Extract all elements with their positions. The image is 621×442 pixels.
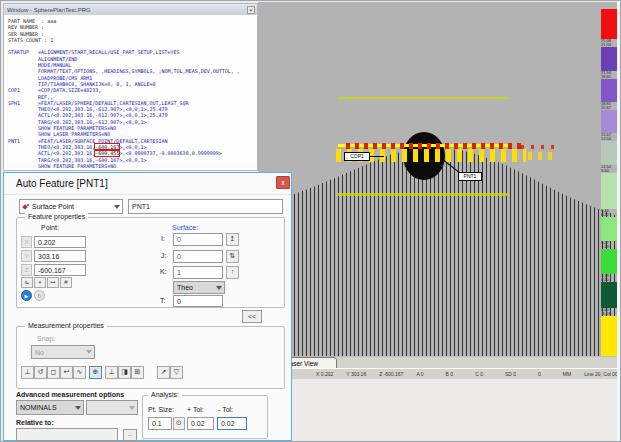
pt-size-input[interactable]: 0.1 [148,417,172,430]
collapse-dialog-button[interactable]: << [242,310,262,323]
analysis-group: Analysis: Pt. Size: + Tol: - Tol: 0.1 ⊙ … [142,395,268,439]
point-label: Point: [41,224,59,231]
status-item: SD 0 [505,371,516,377]
status-item: Z -600.167 [379,371,403,377]
auto-feature-dialog: Auto Feature [PNT1] x Surface Point PNT1… [3,172,292,441]
probe-touch-button[interactable]: ⊥ [105,366,118,379]
j-value-input[interactable]: 0 [173,250,223,263]
feature-name-input[interactable]: PNT1 [128,199,283,214]
browse-button[interactable]: ... [123,429,137,441]
x-value-input[interactable]: 0.202 [34,236,86,248]
color-scale-tick-label: 12.54 9.40 [601,165,617,173]
point-path-button[interactable]: ↗ [157,366,170,379]
chevron-down-icon [114,205,120,212]
color-scale-tick-label: 9.40 6.27 [601,209,617,217]
color-scale-segment [601,141,617,165]
color-scale-segment [601,173,617,209]
status-item: 0 [538,371,541,377]
deviation-color-scale: 25.08 21.9421.94 18.8118.81 15.6715.67 1… [601,9,617,356]
color-scale-tick-label: 21.94 18.81 [601,71,617,79]
k-value-input[interactable]: 1 [173,266,223,279]
pnt1-label: PNT1 [458,172,482,181]
color-scale-segment [601,316,617,356]
surface-point-icon [23,204,29,210]
chevron-down-icon [129,406,135,413]
target-crosshair-button[interactable]: ⊕ [89,366,102,379]
surface-normal-button[interactable]: ↥ [226,233,239,246]
edit-window-titlebar[interactable]: Window - SpherePlanTest.PRG ▲ [4,4,257,15]
chevron-down-icon [216,286,222,293]
theo-mode-value: Theo [177,284,193,291]
edit-window-title: Window - SpherePlanTest.PRG [7,7,247,13]
nominals-dropdown[interactable]: NOMINALS [16,400,84,415]
axes-icon-button[interactable]: ⊾ [21,277,33,288]
i-label: I: [161,235,165,242]
color-scale-segment [601,282,617,308]
status-item: B 0 [446,371,454,377]
block-offset-button[interactable]: ◨ [118,366,131,379]
laser-view-canvas[interactable]: COP1 PNT1 25.08 21.9421.94 18.8118.81 15… [258,2,619,356]
close-icon[interactable]: x [276,176,290,189]
point-cloud-dome [258,2,619,356]
y-value-input[interactable]: 303.16 [34,250,86,262]
feature-type-dropdown[interactable]: Surface Point [19,199,123,214]
point-arrow-button[interactable]: ↦ [47,277,59,288]
view-tab-strip: w Laser View [258,356,619,368]
snap-dropdown[interactable]: No [31,345,95,359]
measurement-properties-label: Measurement properties [25,322,107,329]
i-value-input[interactable]: 0 [173,233,223,246]
code-line: SHOW FEATURE PARAMETERS=NO [8,163,257,169]
color-scale-segment [601,217,617,241]
status-item: C 0 [475,371,483,377]
relative-to-input[interactable] [16,428,118,441]
minus-tol-input[interactable]: 0.02 [217,417,247,430]
edit-window: Window - SpherePlanTest.PRG ▲ PART NAME … [3,3,258,171]
find-icon-button[interactable]: ⌖ [34,277,46,288]
status-item: Line 20, Col 004 [584,371,620,377]
flip-vector-button[interactable]: ⇅ [226,250,239,263]
theo-mode-dropdown[interactable]: Theo [173,281,225,294]
rotate-button[interactable]: ↺ [34,366,47,379]
color-scale-tick-label: 18.81 15.67 [601,102,617,110]
z-axis-button[interactable]: Z [21,264,32,276]
chevron-down-icon [86,350,92,357]
color-scale-tick-label: 6.27 3.13 [601,241,617,249]
status-item: MM [563,371,571,377]
color-scale-segment [601,79,617,102]
drop-probe-button[interactable]: ⟂ [21,366,34,379]
reset-button[interactable]: ↻ [34,290,45,301]
snap-label: Snap: [37,335,55,342]
feature-type-value: Surface Point [32,203,74,210]
z-value-input[interactable]: -600.167 [34,264,86,276]
code-line: FORMAT/TEXT,OPTIONS, ,HEADINGS,SYMBOLS, … [8,68,257,74]
scroll-up-icon[interactable]: ▲ [247,6,255,14]
program-code-area[interactable]: PART NAME : aaaREV NUMBER :SER NUMBER :S… [4,15,257,170]
ruler-button[interactable]: ⊞ [131,366,144,379]
return-path-button[interactable]: ↩ [60,366,73,379]
scan-points-red-right [521,145,559,149]
status-bar: X 0.202Y 303.16Z -600.167A 0B 0C 0SD 00M… [258,368,619,379]
y-axis-button[interactable]: Y [21,250,32,262]
magnifier-icon[interactable]: ⊙ [173,417,185,430]
align-vector-button[interactable]: ↑ [226,266,239,279]
x-axis-button[interactable]: X [21,236,32,248]
view-box-button[interactable]: ◻ [47,366,60,379]
minus-tol-label: - Tol: [218,406,233,413]
grid-button[interactable]: # [60,277,72,288]
test-play-button[interactable]: ▶ [21,290,32,301]
highlighted-coordinate: -600.455 [95,150,119,156]
color-scale-segment [601,47,617,71]
nominals-value: NOMINALS [20,404,57,411]
plus-tol-input[interactable]: 0.02 [187,417,214,430]
color-scale-tick-label: 3.13 0.00 [601,274,617,282]
chevron-down-icon [75,406,81,413]
scan-graph-button[interactable]: ∿ [73,366,86,379]
color-scale-segment [601,249,617,274]
filter-button[interactable]: ▽ [170,366,183,379]
color-scale-segment [601,9,617,39]
secondary-dropdown[interactable] [86,400,138,415]
scan-points-yellow-right [528,152,556,160]
t-value-input[interactable]: 0 [173,295,223,307]
cop1-leader-line [370,156,384,157]
j-label: J: [161,252,166,259]
